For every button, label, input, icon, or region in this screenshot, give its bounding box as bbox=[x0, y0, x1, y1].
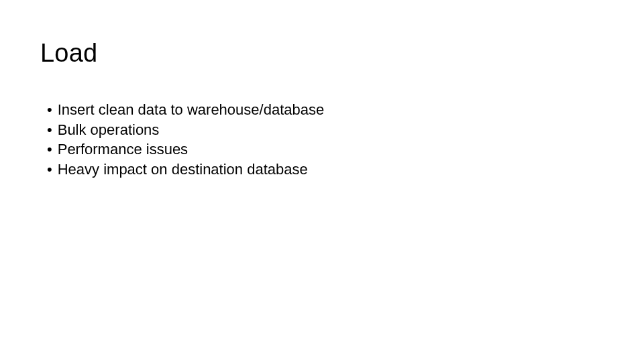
list-item: • Performance issues bbox=[47, 139, 604, 160]
slide-title: Load bbox=[40, 39, 604, 68]
bullet-icon: • bbox=[47, 100, 52, 120]
list-item: • Insert clean data to warehouse/databas… bbox=[47, 100, 604, 120]
bullet-text: Heavy impact on destination database bbox=[58, 160, 308, 180]
bullet-text: Performance issues bbox=[58, 139, 188, 160]
bullet-icon: • bbox=[47, 160, 52, 180]
bullet-text: Insert clean data to warehouse/database bbox=[58, 100, 325, 120]
bullet-list: • Insert clean data to warehouse/databas… bbox=[40, 100, 604, 180]
bullet-text: Bulk operations bbox=[58, 120, 160, 140]
bullet-icon: • bbox=[47, 120, 52, 140]
list-item: • Heavy impact on destination database bbox=[47, 160, 604, 180]
list-item: • Bulk operations bbox=[47, 120, 604, 140]
bullet-icon: • bbox=[47, 139, 52, 160]
